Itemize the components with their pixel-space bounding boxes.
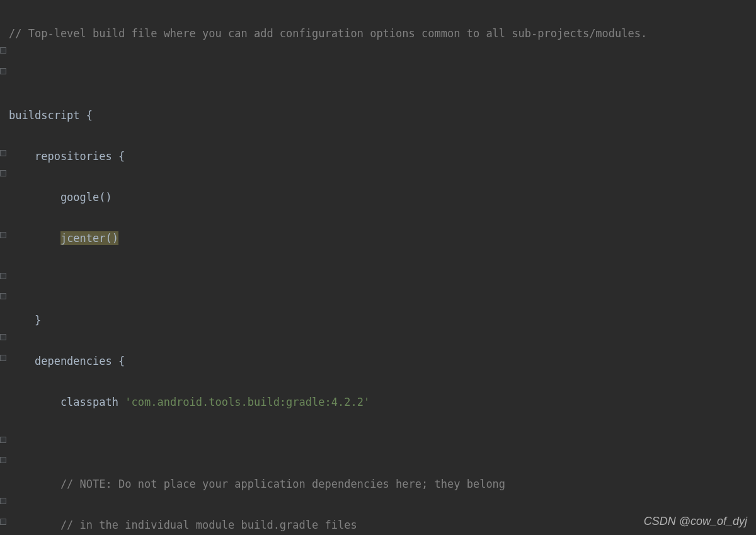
brace: { xyxy=(118,355,125,367)
code-comment: // Top-level build file where you can ad… xyxy=(9,27,647,40)
code-keyword: buildscript xyxy=(9,109,86,122)
code-comment: // NOTE: Do not place your application d… xyxy=(9,478,505,490)
code-keyword: dependencies xyxy=(9,355,118,367)
code-ident: classpath xyxy=(9,396,125,408)
code-line xyxy=(0,64,756,85)
watermark-label: CSDN @cow_of_dyj xyxy=(644,511,747,532)
indent xyxy=(9,232,60,244)
code-line xyxy=(0,433,756,454)
highlighted-jcenter: jcenter() xyxy=(60,231,118,245)
code-keyword: repositories xyxy=(9,150,118,163)
brace: { xyxy=(118,150,125,163)
code-comment: // in the individual module build.gradle… xyxy=(9,519,357,531)
code-line xyxy=(0,269,756,290)
code-editor[interactable]: // Top-level build file where you can ad… xyxy=(0,3,756,535)
code-call: google() xyxy=(9,191,112,204)
code-string: 'com.android.tools.build:gradle:4.2.2' xyxy=(125,396,370,408)
brace: } xyxy=(9,314,41,326)
brace: { xyxy=(86,109,93,122)
